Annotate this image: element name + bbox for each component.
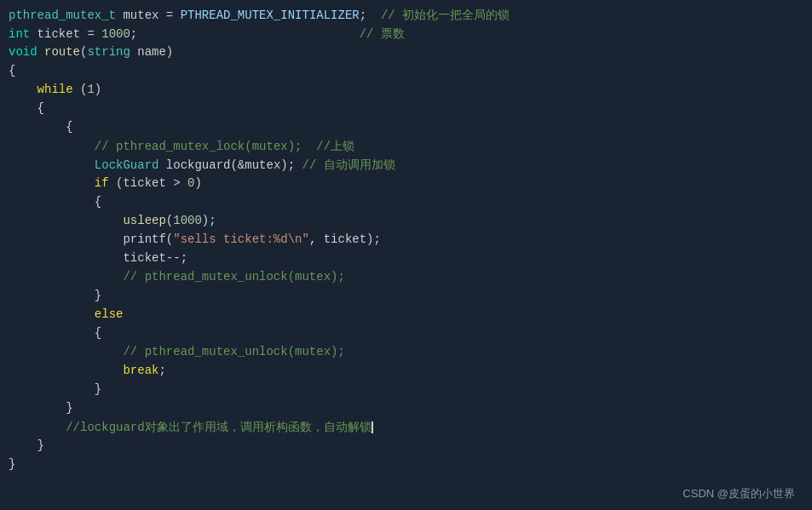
token: // [123,270,144,284]
code-line-content: if (ticket > 0) [0,176,202,190]
code-line-content: { [0,195,101,209]
token: 1 [87,83,94,96]
token: ; [360,9,381,22]
watermark-text: CSDN @皮蛋的小世界 [682,487,795,500]
code-line-content: printf("sells ticket:%d\n", ticket); [0,232,381,246]
code-line-content: usleep(1000); [0,214,216,227]
code-line-content: { [0,120,73,134]
text-cursor [371,421,373,433]
code-line-content: while (1) [0,83,101,96]
code-line: printf("sells ticket:%d\n", ticket); [0,232,812,250]
code-line: ticket--; [0,250,812,269]
token: "sells ticket:%d\n" [173,232,309,246]
token: pthread_mutex_unlock(mutex); [145,345,345,358]
token: ticket--; [123,251,187,265]
token: int [9,27,30,41]
token: ( [73,83,88,96]
token: 1000 [173,214,202,227]
code-line-content: // pthread_mutex_unlock(mutex); [0,270,345,284]
token: pthread_mutex_t [9,9,116,22]
code-line: { [0,194,812,213]
code-line: { [0,100,812,119]
code-line-content: } [0,401,73,415]
token: } [95,382,101,396]
token: { [9,64,15,77]
code-line-content: } [0,382,101,396]
code-line: // pthread_mutex_unlock(mutex); [0,269,812,288]
code-line: { [0,63,812,82]
code-line: } [0,288,812,307]
token: // 自动调用加锁 [302,158,394,172]
code-line: if (ticket > 0) [0,175,812,194]
code-line: void route(string name) [0,44,812,63]
code-line: } [0,400,812,419]
token: } [66,401,72,415]
token: while [37,83,73,96]
token: // 票数 [137,27,405,41]
code-line: int ticket = 1000; // 票数 [0,26,812,44]
token: , ticket); [309,232,381,246]
code-line: // pthread_mutex_unlock(mutex); [0,344,812,363]
token: } [95,289,101,302]
code-line: while (1) [0,82,812,100]
token: { [66,120,72,134]
code-line-content: else [0,307,123,321]
code-line-content: void route(string name) [0,45,173,59]
token: // [95,140,116,153]
token: { [95,195,101,209]
code-line: } [0,456,812,475]
code-line: } [0,438,812,456]
code-line: { [0,119,812,138]
token: ) [194,176,201,190]
token: ticket = [30,27,101,41]
code-line: break; [0,363,812,381]
code-line-content: ticket--; [0,251,187,265]
token: pthread_mutex_unlock(mutex); [145,270,345,284]
token: { [95,326,101,340]
token: pthread_mutex_lock(mutex); [116,140,302,153]
token: ); [202,214,216,227]
token: mutex = [116,9,181,22]
token: // [123,345,144,358]
token: ; [158,364,165,377]
code-line-content: // pthread_mutex_lock(mutex); //上锁 [0,139,354,154]
token: name) [130,45,173,59]
token: LockGuard [95,158,159,172]
token: } [37,438,44,452]
token: void [9,45,37,59]
token: ) [95,83,101,96]
code-line-content: break; [0,364,166,377]
code-line-content: { [0,101,44,115]
code-line-content: // pthread_mutex_unlock(mutex); [0,345,345,358]
code-line: pthread_mutex_t mutex = PTHREAD_MUTEX_IN… [0,7,812,26]
token: } [9,457,15,471]
token: route [44,45,80,59]
code-line-content: } [0,289,101,302]
token: usleep [123,214,165,227]
code-line-content: pthread_mutex_t mutex = PTHREAD_MUTEX_IN… [0,8,510,23]
code-line: LockGuard lockguard(&mutex); // 自动调用加锁 [0,157,812,175]
code-line-content: //lockguard对象出了作用域，调用析构函数，自动解锁 [0,420,373,435]
token: // 初始化一把全局的锁 [381,9,510,22]
code-line-content: int ticket = 1000; // 票数 [0,26,405,42]
code-line: { [0,325,812,344]
token: printf( [123,232,173,246]
token: break [123,364,158,377]
token: (ticket > [109,176,187,190]
token: else [95,307,124,321]
code-line: else [0,307,812,325]
code-line: usleep(1000); [0,213,812,232]
code-line: // pthread_mutex_lock(mutex); //上锁 [0,138,812,157]
token: ( [166,214,173,227]
code-line: //lockguard对象出了作用域，调用析构函数，自动解锁 [0,419,812,438]
token: //lockguard对象出了作用域，调用析构函数，自动解锁 [66,421,371,434]
code-line: } [0,381,812,400]
token: if [95,176,109,190]
token: 1000 [101,27,130,41]
token: ; [130,27,137,41]
code-line-content: { [0,64,15,77]
code-line-content: } [0,457,15,471]
code-line-content: { [0,326,101,340]
token [37,45,44,59]
token: string [87,45,130,59]
